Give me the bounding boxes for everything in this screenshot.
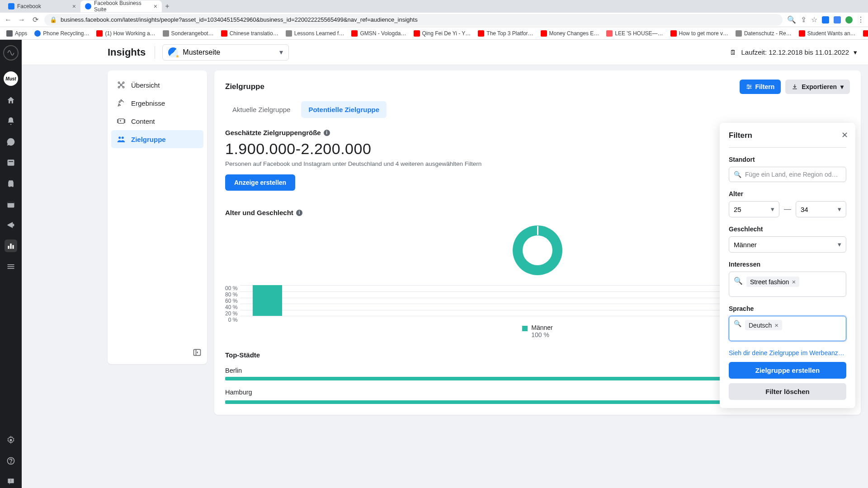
chat-icon[interactable] (5, 136, 17, 148)
audience-tabs: Aktuelle Zielgruppe Potentielle Zielgrup… (225, 101, 850, 118)
tab-bar: Facebook × Facebook Business Suite × + (0, 0, 868, 13)
page-name: Musterseite (183, 48, 220, 56)
clear-filters-button[interactable]: Filter löschen (729, 383, 846, 400)
settings-icon[interactable] (5, 434, 17, 446)
create-ad-button[interactable]: Anzeige erstellen (225, 174, 295, 191)
svg-rect-5 (8, 202, 14, 203)
bookmark[interactable]: (1) How Working a… (94, 29, 158, 38)
meta-logo-icon[interactable] (3, 45, 19, 61)
info-icon[interactable]: i (296, 210, 302, 216)
create-audience-button[interactable]: Zielgruppe erstellen (729, 362, 846, 379)
y-axis: 00 % 80 % 60 % 40 % 20 % 0 % (225, 285, 240, 316)
close-icon[interactable]: × (154, 3, 157, 10)
language-chip[interactable]: Deutsch × (745, 320, 782, 330)
bookmark[interactable]: The Top 3 Platfor… (475, 29, 536, 38)
language-input[interactable]: 🔍 Deutsch × (729, 316, 846, 341)
svg-rect-8 (12, 245, 14, 249)
interests-input[interactable]: 🔍 Street fashion × (729, 272, 846, 297)
collapse-icon[interactable] (193, 348, 202, 359)
tab-current-audience[interactable]: Aktuelle Zielgruppe (225, 101, 297, 118)
share-icon[interactable]: ⇪ (801, 15, 807, 24)
date-range-picker[interactable]: 🗓 Laufzeit: 12.12.2018 bis 11.01.2022 ▾ (730, 48, 857, 56)
ext-icon[interactable] (834, 16, 841, 23)
close-icon[interactable]: × (72, 3, 76, 10)
calendar-icon[interactable] (5, 198, 17, 211)
bookmark[interactable]: Qing Fei De Yi - Y… (411, 29, 474, 38)
bookmark[interactable]: Lessons Learned f… (283, 29, 347, 38)
interest-chip[interactable]: Street fashion × (746, 277, 799, 287)
svg-point-2 (9, 186, 10, 187)
nav-label: Content (131, 117, 155, 125)
remove-chip-icon[interactable]: × (774, 321, 778, 329)
remove-chip-icon[interactable]: × (792, 278, 796, 286)
star-icon[interactable]: ☆ (811, 15, 817, 24)
nav-overview[interactable]: Übersicht (111, 76, 203, 94)
menu-icon[interactable]: ⋮ (857, 15, 864, 24)
nav-audience[interactable]: Zielgruppe (111, 130, 203, 148)
browser-tab[interactable]: Facebook Business Suite × (80, 0, 162, 12)
bookmark-bar: Apps Phone Recycling… (1) How Working a…… (0, 27, 868, 40)
browser-tab[interactable]: Facebook × (4, 0, 80, 12)
forward-icon[interactable]: → (17, 16, 26, 24)
svg-point-27 (122, 136, 124, 139)
location-label: Standort (729, 156, 846, 163)
tab-potential-audience[interactable]: Potentielle Zielgruppe (301, 101, 387, 118)
divider (729, 147, 846, 148)
close-icon[interactable]: ✕ (841, 130, 848, 140)
svg-point-14 (11, 463, 11, 463)
bookmark[interactable]: Student Wants an… (796, 29, 859, 38)
export-button[interactable]: Exportieren ▾ (785, 80, 850, 94)
home-icon[interactable] (5, 94, 17, 107)
url-field[interactable]: 🔒 business.facebook.com/latest/insights/… (44, 14, 783, 26)
reload-icon[interactable]: ⟳ (31, 15, 40, 24)
page-avatar-icon[interactable]: Must (4, 71, 18, 86)
page-selector[interactable]: Musterseite ▾ (162, 44, 289, 61)
nav-results[interactable]: Ergebnisse (111, 94, 203, 112)
posts-icon[interactable] (5, 156, 17, 169)
ext-icon[interactable] (822, 16, 829, 23)
bookmark[interactable]: (2) How To Add A… (860, 29, 868, 38)
bookmark[interactable]: Apps (4, 29, 30, 38)
ads-icon[interactable] (5, 219, 17, 231)
filter-panel: Filtern ✕ Standort 🔍 Füge ein Land, eine… (720, 123, 855, 408)
ext-icon[interactable] (845, 16, 853, 23)
bookmark[interactable]: Money Changes E… (538, 29, 602, 38)
bell-icon[interactable] (5, 115, 17, 127)
page-icon (168, 47, 178, 57)
gender-select[interactable]: Männer ▾ (729, 236, 846, 253)
filter-button[interactable]: Filtern (740, 80, 781, 94)
zoom-icon[interactable]: 🔍 (787, 15, 796, 24)
chevron-down-icon: ▾ (840, 83, 844, 90)
nav-label: Ergebnisse (131, 99, 165, 107)
age-to-select[interactable]: 34 ▾ (796, 201, 846, 217)
bookmark[interactable]: LEE 'S HOUSE—… (604, 29, 665, 38)
export-label: Exportieren (802, 83, 837, 90)
new-tab-button[interactable]: + (162, 2, 173, 10)
all-tools-icon[interactable] (5, 260, 17, 273)
bookmark[interactable]: Datenschutz - Re… (733, 29, 794, 38)
bookmark[interactable]: Sonderangebot… (160, 29, 217, 38)
age-label: Alter (729, 190, 846, 197)
feedback-icon[interactable]: ! (5, 475, 17, 488)
back-icon[interactable]: ← (4, 16, 13, 24)
commerce-icon[interactable] (5, 177, 17, 190)
nav-rail: Must ! (0, 40, 22, 488)
info-icon[interactable]: i (324, 130, 330, 136)
bookmark[interactable]: Chinese translatio… (218, 29, 281, 38)
age-from-select[interactable]: 25 ▾ (729, 201, 779, 217)
help-icon[interactable] (5, 455, 17, 467)
bookmark[interactable]: GMSN - Vologda… (349, 29, 409, 38)
donut-icon (513, 225, 562, 275)
bookmark[interactable]: How to get more v… (668, 29, 731, 38)
extension-icons: 🔍 ⇪ ☆ ⋮ (787, 15, 864, 24)
bookmark[interactable]: Phone Recycling… (32, 29, 92, 38)
language-label: Sprache (729, 305, 846, 312)
nav-content[interactable]: Content (111, 112, 203, 130)
svg-point-17 (118, 82, 119, 83)
search-icon: 🔍 (734, 277, 743, 285)
tab-label: Facebook (17, 3, 41, 9)
location-input[interactable]: 🔍 Füge ein Land, eine Region oder eine… (729, 167, 846, 182)
lock-icon: 🔒 (50, 16, 57, 23)
insights-icon[interactable] (5, 239, 17, 252)
ads-manager-link[interactable]: Sieh dir deine Zielgruppe im Werbeanzeig… (729, 349, 846, 357)
